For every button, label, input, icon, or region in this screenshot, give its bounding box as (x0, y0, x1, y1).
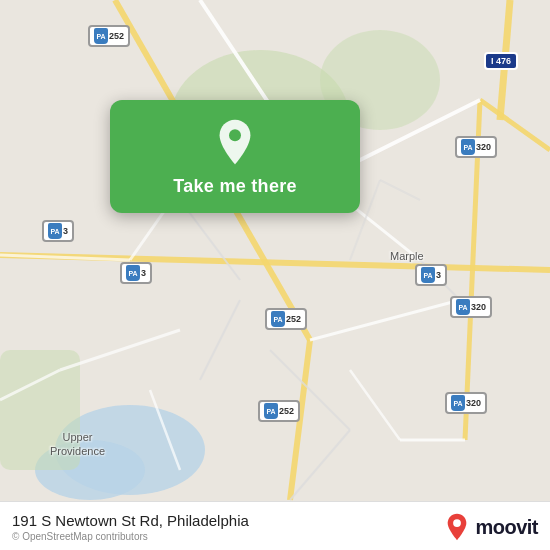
location-pin-icon (211, 118, 259, 166)
place-label-marple: Marple (390, 250, 424, 262)
road-badge-pa3-right: PA 3 (415, 264, 447, 286)
road-badge-i476: I 476 (484, 52, 518, 70)
address-label: 191 S Newtown St Rd, Philadelphia (12, 512, 249, 529)
road-badge-pa3-mid: PA 3 (120, 262, 152, 284)
svg-point-29 (229, 129, 241, 141)
svg-point-30 (454, 519, 462, 527)
popup-card: Take me there (110, 100, 360, 213)
place-label-upper-providence: UpperProvidence (40, 430, 115, 459)
road-badge-pa320-top: PA 320 (455, 136, 497, 158)
take-me-there-button[interactable]: Take me there (173, 176, 297, 197)
bottom-bar: 191 S Newtown St Rd, Philadelphia © Open… (0, 501, 550, 550)
svg-line-22 (200, 300, 240, 380)
moovit-logo: moovit (443, 513, 538, 541)
svg-line-14 (310, 300, 460, 340)
road-badge-pa320-mid: PA 320 (450, 296, 492, 318)
road-badge-pa320-bottom: PA 320 (445, 392, 487, 414)
moovit-wordmark: moovit (475, 516, 538, 539)
road-badge-pa252-top: PA 252 (88, 25, 130, 47)
map-svg (0, 0, 550, 550)
map-container: PA 252 PA 3 PA 3 PA 3 PA 252 PA 252 PA 3… (0, 0, 550, 550)
svg-line-27 (380, 180, 420, 200)
road-badge-pa252-center: PA 252 (265, 308, 307, 330)
svg-line-15 (60, 330, 180, 370)
road-badge-pa3-left: PA 3 (42, 220, 74, 242)
attribution-label: © OpenStreetMap contributors (12, 531, 249, 542)
road-badge-pa252-bottom: PA 252 (258, 400, 300, 422)
bottom-info: 191 S Newtown St Rd, Philadelphia © Open… (12, 512, 249, 542)
svg-line-18 (350, 370, 400, 440)
moovit-pin-icon (443, 513, 471, 541)
